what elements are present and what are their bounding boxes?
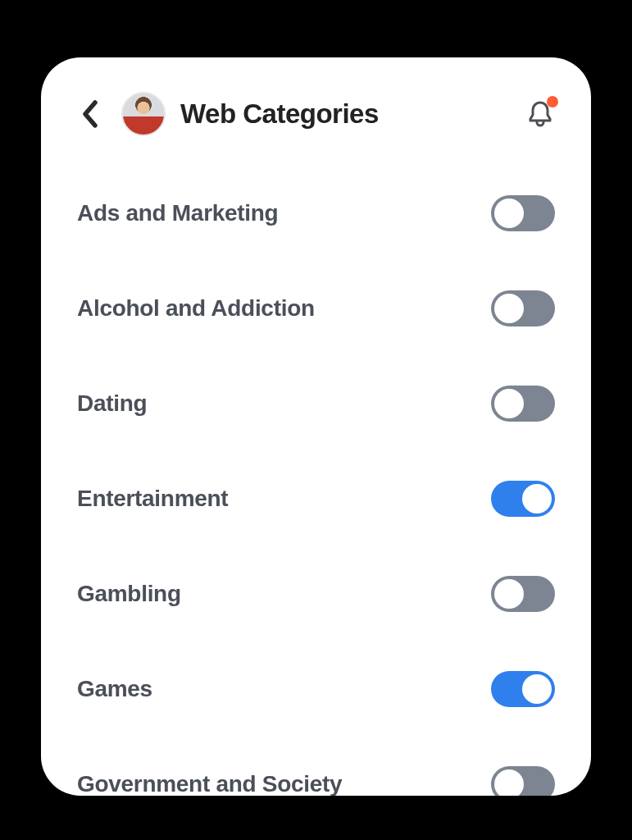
category-row: Dating <box>74 356 558 451</box>
category-row: Government and Society <box>74 737 558 796</box>
notifications-button[interactable] <box>522 96 558 132</box>
category-row: Ads and Marketing <box>74 166 558 261</box>
category-toggle[interactable] <box>491 195 555 231</box>
category-label: Alcohol and Addiction <box>77 295 315 322</box>
category-label: Games <box>77 676 152 702</box>
toggle-knob-icon <box>494 294 524 323</box>
notification-dot-icon <box>547 96 558 107</box>
category-toggle[interactable] <box>491 766 555 796</box>
page-title: Web Categories <box>180 98 507 130</box>
category-list: Ads and Marketing Alcohol and Addiction … <box>74 166 558 796</box>
category-row: Games <box>74 641 558 737</box>
toggle-knob-icon <box>494 389 524 418</box>
settings-card: Web Categories Ads and Marketing Alcohol… <box>41 57 591 796</box>
category-toggle[interactable] <box>491 671 555 707</box>
category-toggle[interactable] <box>491 386 555 422</box>
toggle-knob-icon <box>494 579 524 609</box>
category-toggle[interactable] <box>491 290 555 326</box>
category-label: Government and Society <box>77 771 342 796</box>
category-toggle[interactable] <box>491 481 555 517</box>
category-row: Alcohol and Addiction <box>74 261 558 356</box>
toggle-knob-icon <box>522 484 552 514</box>
category-toggle[interactable] <box>491 576 555 612</box>
chevron-left-icon <box>81 100 99 128</box>
header: Web Categories <box>74 87 558 146</box>
toggle-knob-icon <box>494 199 524 228</box>
category-label: Gambling <box>77 581 181 607</box>
toggle-knob-icon <box>494 769 524 796</box>
category-row: Entertainment <box>74 451 558 546</box>
profile-avatar[interactable] <box>121 92 166 136</box>
category-row: Gambling <box>74 546 558 641</box>
category-label: Dating <box>77 390 147 417</box>
category-label: Ads and Marketing <box>77 200 278 226</box>
back-button[interactable] <box>74 98 107 130</box>
toggle-knob-icon <box>522 674 552 704</box>
category-label: Entertainment <box>77 486 228 512</box>
